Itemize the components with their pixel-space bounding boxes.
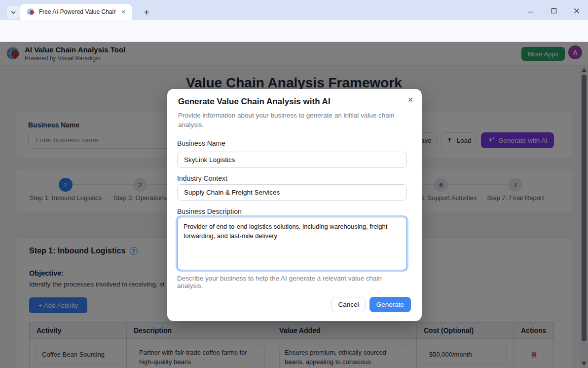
tab-close-icon[interactable]: × xyxy=(119,8,127,16)
modal-description-textarea[interactable]: Provider of end-to-end logistics solutio… xyxy=(177,217,407,270)
window-close-button[interactable] xyxy=(569,6,584,16)
modal-industry-label: Industry Context xyxy=(177,174,227,182)
tab-title: Free AI-Powered Value Chain An xyxy=(39,8,116,15)
generate-analysis-modal: Generate Value Chain Analysis with AI × … xyxy=(167,89,422,321)
generate-button[interactable]: Generate xyxy=(369,297,411,312)
modal-close-icon[interactable]: × xyxy=(405,94,416,105)
cancel-button[interactable]: Cancel xyxy=(331,297,366,312)
new-tab-button[interactable]: + xyxy=(140,6,153,19)
modal-title: Generate Value Chain Analysis with AI xyxy=(178,97,331,107)
favicon-visual-paradigm xyxy=(27,8,35,16)
window-maximize-button[interactable] xyxy=(547,6,561,16)
tab-strip: Free AI-Powered Value Chain An × + xyxy=(0,0,588,20)
tab-search-button[interactable] xyxy=(7,6,20,19)
modal-subtitle: Provide information about your business … xyxy=(178,111,409,129)
modal-business-name-input[interactable] xyxy=(177,152,407,168)
modal-helper-text: Describe your business to help the AI ge… xyxy=(177,275,409,289)
app-viewport: AI Value Chain Analysis Tool Powered by … xyxy=(0,42,588,368)
browser-tab[interactable]: Free AI-Powered Value Chain An × xyxy=(20,4,132,20)
chevron-down-icon xyxy=(10,9,16,15)
browser-toolbar: ai-toolbox.visual-paradigm.com/app/value… xyxy=(0,20,588,42)
modal-business-name-label: Business Name xyxy=(177,139,225,147)
modal-industry-input[interactable] xyxy=(177,184,407,201)
modal-description-label: Business Description xyxy=(177,207,242,215)
browser-window: Free AI-Powered Value Chain An × + ai-t xyxy=(0,0,588,368)
window-minimize-button[interactable] xyxy=(523,6,538,16)
